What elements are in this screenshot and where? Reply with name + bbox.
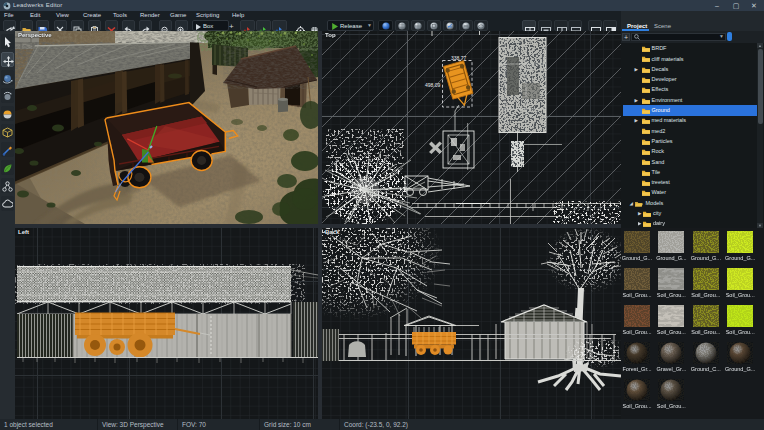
svg-text:498.09: 498.09	[425, 82, 441, 88]
svg-text:338.77: 338.77	[451, 55, 467, 61]
